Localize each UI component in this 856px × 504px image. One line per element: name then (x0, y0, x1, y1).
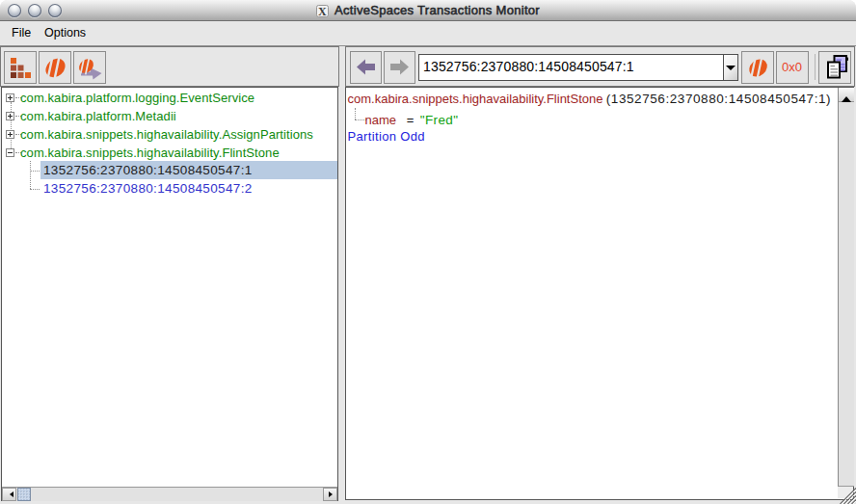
svg-text:X: X (318, 5, 327, 17)
